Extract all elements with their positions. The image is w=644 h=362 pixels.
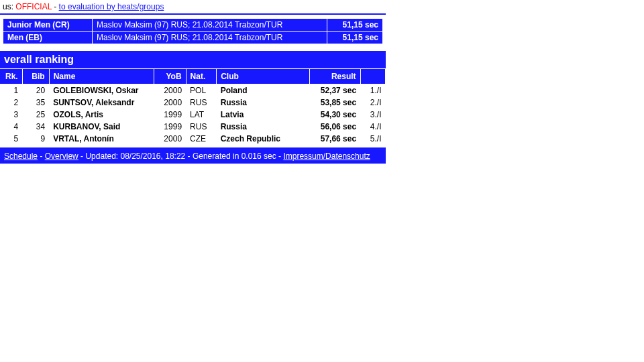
cell-club: Russia [217,121,310,133]
record-row: Junior Men (CR)Maslov Maksim (97) RUS; 2… [3,19,383,32]
cell-bib: 34 [22,121,49,133]
footer-bar: Schedule - Overview - Updated: 08/25/201… [0,149,386,164]
footer-sep: - [40,152,44,161]
cell-rk: 2 [0,97,22,109]
cell-name: KURBANOV, Said [49,121,154,133]
ranking-table: Rk. Bib Name YoB Nat. Club Result 120GOL… [0,69,386,145]
cell-heat: 3./I [360,109,385,121]
col-rk: Rk. [0,69,22,84]
cell-rk: 3 [0,109,22,121]
record-category: Junior Men (CR) [3,19,93,32]
cell-bib: 35 [22,97,49,109]
col-yob: YoB [154,69,186,84]
cell-heat: 5./I [360,133,385,145]
col-result: Result [309,69,360,84]
cell-yob: 2000 [154,84,186,97]
col-heat [360,69,385,84]
cell-yob: 2000 [154,97,186,109]
ranking-header-row: Rk. Bib Name YoB Nat. Club Result [0,69,386,84]
table-row: 235SUNTSOV, Aleksandr2000RUSRussia53,85 … [0,97,386,109]
footer-generated: Generated in 0.016 sec [193,152,276,161]
col-name: Name [49,69,154,84]
footer-link-schedule[interactable]: Schedule [4,152,38,161]
cell-result: 57,66 sec [309,133,360,145]
cell-name: GOLEBIOWSKI, Oskar [49,84,154,97]
cell-rk: 5 [0,133,22,145]
link-evaluation-by-heats[interactable]: to evaluation by heats/groups [59,2,164,11]
record-row: Men (EB)Maslov Maksim (97) RUS; 21.08.20… [3,32,383,44]
record-detail: Maslov Maksim (97) RUS; 21.08.2014 Trabz… [93,19,327,32]
table-row: 325OZOLS, Artis1999LATLatvia54,30 sec3./… [0,109,386,121]
cell-name: VRTAL, Antonín [49,133,154,145]
cell-rk: 4 [0,121,22,133]
record-time: 51,15 sec [327,32,383,44]
cell-heat: 4./I [360,121,385,133]
footer-link-impressum[interactable]: Impressum/Datenschutz [283,152,370,161]
record-time: 51,15 sec [327,19,383,32]
status-bar: us: OFFICIAL - to evaluation by heats/gr… [0,0,386,15]
cell-result: 53,85 sec [309,97,360,109]
cell-rk: 1 [0,84,22,97]
cell-club: Czech Republic [217,133,310,145]
cell-result: 54,30 sec [309,109,360,121]
cell-club: Latvia [217,109,310,121]
status-prefix: us: [3,2,13,11]
cell-bib: 20 [22,84,49,97]
cell-yob: 1999 [154,109,186,121]
record-category: Men (EB) [3,32,93,44]
section-title-overall-ranking: verall ranking [0,51,386,69]
cell-nat: LAT [186,109,217,121]
footer-link-overview[interactable]: Overview [45,152,78,161]
cell-yob: 1999 [154,121,186,133]
cell-result: 56,06 sec [309,121,360,133]
status-official: OFFICIAL [15,2,52,11]
cell-result: 52,37 sec [309,84,360,97]
col-nat: Nat. [186,69,217,84]
records-table: Junior Men (CR)Maslov Maksim (97) RUS; 2… [3,18,383,44]
cell-nat: CZE [186,133,217,145]
footer-sep: - [188,152,193,161]
cell-heat: 1./I [360,84,385,97]
cell-club: Russia [217,97,310,109]
cell-nat: POL [186,84,217,97]
cell-yob: 2000 [154,133,186,145]
status-dash: - [54,2,56,11]
cell-nat: RUS [186,121,217,133]
col-bib: Bib [22,69,49,84]
cell-bib: 25 [22,109,49,121]
col-club: Club [217,69,310,84]
cell-name: SUNTSOV, Aleksandr [49,97,154,109]
cell-name: OZOLS, Artis [49,109,154,121]
cell-bib: 9 [22,133,49,145]
record-detail: Maslov Maksim (97) RUS; 21.08.2014 Trabz… [93,32,327,44]
cell-club: Poland [217,84,310,97]
table-row: 59VRTAL, Antonín2000CZECzech Republic57,… [0,133,386,145]
footer-updated: Updated: 08/25/2016, 18:22 [85,152,185,161]
table-row: 434KURBANOV, Said1999RUSRussia56,06 sec4… [0,121,386,133]
table-row: 120GOLEBIOWSKI, Oskar2000POLPoland52,37 … [0,84,386,97]
cell-heat: 2./I [360,97,385,109]
cell-nat: RUS [186,97,217,109]
